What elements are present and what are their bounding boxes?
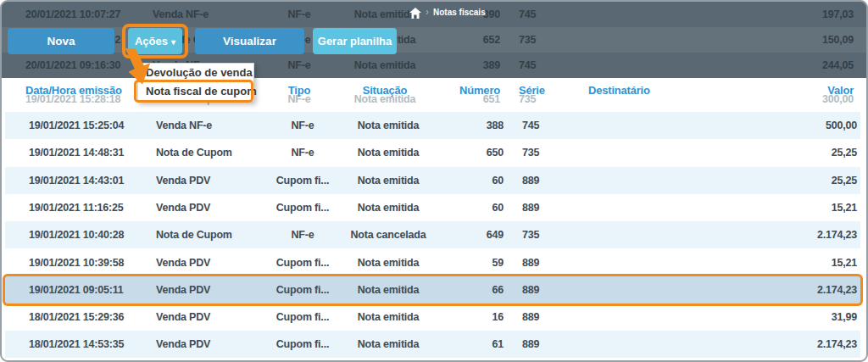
- cell-value: 25,25: [728, 147, 857, 159]
- cell-number: 59: [429, 257, 504, 269]
- cell-datetime: 19/01/2021 14:43:01: [29, 175, 156, 187]
- home-icon[interactable]: [409, 7, 421, 18]
- cell-value: 15,21: [728, 202, 857, 214]
- cell-series: 889: [522, 284, 575, 296]
- cell-number: 652: [426, 34, 500, 46]
- cell-number: 389: [426, 59, 500, 71]
- cell-datetime: 19/01/2021 11:16:25: [29, 202, 156, 214]
- cell-value: 25,25: [728, 175, 857, 187]
- cell-value: 2.174,23: [728, 229, 857, 241]
- table-row[interactable]: 19/01/2021 14:48:31 Nota de Cupom NF-e N…: [5, 139, 860, 166]
- cell-number: 388: [429, 120, 504, 131]
- cell-value: 500,00: [728, 120, 857, 131]
- cell-value: 150,09: [725, 34, 854, 46]
- cell-value: 15,21: [728, 257, 857, 269]
- table-row[interactable]: 20/01/2021 09:16:30 Venda NF-e NF-e Nota…: [2, 53, 866, 78]
- visualizar-button[interactable]: Visualizar: [195, 28, 304, 54]
- cell-datetime: 19/01/2021 09:05:11: [29, 284, 156, 296]
- cell-number: 16: [429, 311, 504, 323]
- cell-value: 2.174,23: [728, 284, 857, 296]
- cell-operation: Nota de Cupom: [156, 229, 270, 241]
- cell-operation: Venda PDV: [156, 257, 270, 269]
- breadcrumb-current[interactable]: Notas fiscais: [433, 8, 486, 17]
- menu-item-devolucao-de-venda[interactable]: Devolução de venda: [138, 64, 253, 82]
- cell-number: 61: [429, 338, 504, 350]
- cell-datetime: 19/01/2021 14:48:31: [29, 147, 156, 159]
- cell-status: Nota emitida: [334, 175, 442, 187]
- cell-datetime: 18/01/2021 15:29:36: [29, 311, 156, 323]
- cell-status: Nota emitida: [331, 59, 439, 71]
- cell-value: 197,03: [725, 8, 854, 20]
- cell-value: 2.174,23: [728, 338, 857, 350]
- cell-status: Nota cancelada: [334, 229, 442, 241]
- header-data-hora[interactable]: Data/Hora emissão: [25, 84, 153, 97]
- cell-number: 650: [429, 147, 504, 159]
- cell-operation: Nota de Cupom: [156, 147, 270, 159]
- table-row[interactable]: 19/01/2021 09:05:11 Venda PDV Cupom fi..…: [5, 276, 860, 304]
- cell-series: 889: [522, 311, 575, 323]
- table-row[interactable]: 19/01/2021 14:43:01 Venda PDV Cupom fi..…: [5, 167, 860, 194]
- cell-datetime: 20/01/2021 09:16:30: [25, 59, 153, 71]
- notas-fiscais-window: 20/01/2021 10:07:27 Venda NF-e NF-e Nota…: [0, 0, 868, 362]
- table-row[interactable]: 18/01/2021 14:53:35 Venda PDV Cupom fi..…: [5, 331, 860, 358]
- cell-operation: Venda NF-e: [156, 120, 270, 131]
- header-serie[interactable]: Série: [519, 84, 571, 97]
- header-situacao[interactable]: Situação: [331, 84, 439, 97]
- cell-series: 889: [522, 202, 575, 214]
- table-row[interactable]: 18/01/2021 15:29:36 Venda PDV Cupom fi..…: [5, 304, 860, 331]
- header-valor[interactable]: Valor: [725, 84, 854, 97]
- cell-number: 60: [429, 202, 504, 214]
- cell-datetime: 19/01/2021 15:25:04: [29, 120, 156, 131]
- nova-button[interactable]: Nova: [8, 28, 114, 54]
- cell-series: 889: [522, 175, 575, 187]
- cell-operation: Venda PDV: [156, 202, 270, 214]
- cell-series: 745: [519, 8, 571, 20]
- breadcrumb: › Notas fiscais: [409, 5, 486, 19]
- cell-series: 889: [522, 338, 575, 350]
- table-row[interactable]: 19/01/2021 11:16:25 Venda PDV Cupom fi..…: [5, 194, 860, 221]
- cell-series: 745: [519, 59, 571, 71]
- acoes-button-label: Ações: [135, 35, 168, 47]
- acoes-dropdown-menu: Devolução de venda Nota fiscal de cupom: [137, 63, 254, 102]
- cell-value: 31,99: [728, 311, 857, 323]
- cell-status: Nota emitida: [334, 147, 442, 159]
- cell-operation: Venda PDV: [156, 175, 270, 187]
- cell-series: 735: [522, 147, 575, 159]
- cell-number: 60: [429, 175, 504, 187]
- header-destinatario[interactable]: Destinatário: [588, 84, 724, 97]
- cell-status: Nota emitida: [334, 202, 442, 214]
- cell-datetime: 18/01/2021 14:53:35: [29, 338, 156, 350]
- cell-operation: Venda PDV: [156, 284, 270, 296]
- acoes-button[interactable]: Ações▾: [128, 28, 182, 54]
- gerar-planilha-button[interactable]: Gerar planilha: [313, 28, 397, 54]
- cell-operation: Venda NF-e: [153, 8, 267, 20]
- table-row[interactable]: 19/01/2021 10:39:58 Venda PDV Cupom fi..…: [5, 249, 860, 276]
- table-header-row: Data/Hora emissão Tipo Situação Número S…: [2, 78, 866, 102]
- chevron-right-icon: ›: [426, 6, 429, 18]
- cell-series: 735: [519, 34, 571, 46]
- cell-series: 735: [522, 229, 575, 241]
- cell-number: 649: [429, 229, 504, 241]
- cell-operation: Venda PDV: [156, 338, 270, 350]
- cell-status: Nota emitida: [334, 311, 442, 323]
- cell-number: 66: [429, 284, 504, 296]
- cell-value: 244,05: [725, 59, 854, 71]
- menu-item-nota-fiscal-de-cupom[interactable]: Nota fiscal de cupom: [138, 82, 253, 101]
- cell-status: Nota emitida: [334, 284, 442, 296]
- cell-datetime: 19/01/2021 10:40:28: [29, 229, 156, 241]
- cell-datetime: 19/01/2021 10:39:58: [29, 257, 156, 269]
- header-numero[interactable]: Número: [426, 84, 500, 97]
- cell-series: 889: [522, 257, 575, 269]
- table-row[interactable]: 19/01/2021 15:25:04 Venda NF-e NF-e Nota…: [5, 112, 860, 139]
- cell-status: Nota emitida: [334, 338, 442, 350]
- table-row[interactable]: 19/01/2021 10:40:28 Nota de Cupom NF-e N…: [5, 221, 860, 248]
- caret-down-icon: ▾: [171, 37, 175, 47]
- cell-status: Nota emitida: [334, 257, 442, 269]
- cell-datetime: 20/01/2021 10:07:27: [25, 8, 153, 20]
- cell-status: Nota emitida: [334, 120, 442, 131]
- cell-operation: Venda PDV: [156, 311, 270, 323]
- cell-series: 745: [522, 120, 575, 131]
